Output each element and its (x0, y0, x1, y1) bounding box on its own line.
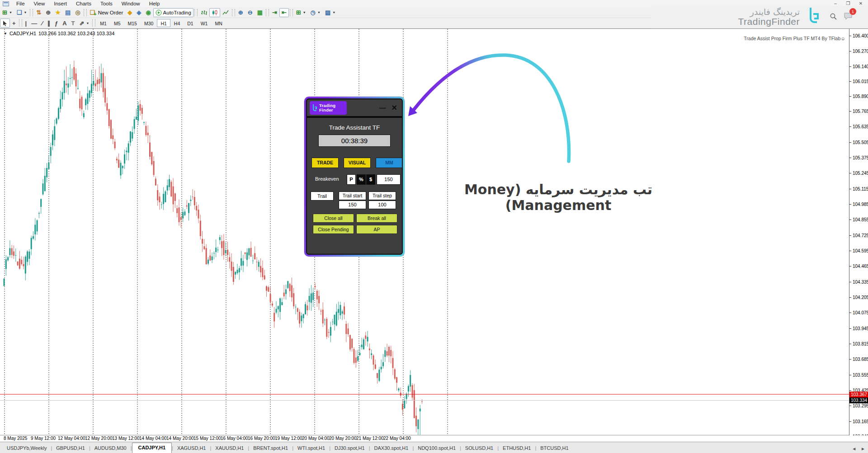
text-icon[interactable]: A (60, 19, 69, 28)
menu-window[interactable]: Window (117, 0, 145, 7)
profiles-icon[interactable]: ❏▼ (14, 8, 29, 17)
label-icon[interactable]: T (69, 19, 77, 28)
chat-icon[interactable]: 1 (844, 12, 853, 22)
vertical-line-icon[interactable]: | (23, 19, 29, 28)
price-axis[interactable]: 106.400106.270106.140106.015105.890105.7… (849, 29, 868, 436)
periods-dropdown[interactable]: ◷▼ (308, 8, 323, 17)
bar-chart-icon[interactable] (198, 8, 209, 17)
expert-advisors-icon[interactable]: ◆ (125, 8, 134, 17)
date-label: 8 May 2025 (4, 436, 27, 441)
chart-ohlc: 103.266 103.362 103.243 103.334 (38, 31, 114, 36)
chart-tab-brent.spot[interactable]: BRENT.spot,H1 (249, 444, 292, 453)
terminal-icon[interactable]: ▤ (63, 8, 73, 17)
indicators-dropdown[interactable]: ⊞▼ (294, 8, 308, 17)
candlestick-chart[interactable] (0, 29, 849, 435)
candlestick-chart-icon[interactable] (209, 8, 220, 17)
timeframe-m15[interactable]: M15 (124, 19, 141, 27)
panel-minimize-button[interactable]: — (379, 104, 386, 111)
date-axis[interactable]: 8 May 20259 May 12:0012 May 04:0012 May … (0, 435, 868, 442)
timeframe-h4[interactable]: H4 (170, 19, 184, 27)
trade-assistant-header[interactable]: TradingFinder — ✕ (307, 99, 402, 118)
chart-tab-solusd[interactable]: SOLUSD,H1 (461, 444, 497, 453)
menu-tools[interactable]: Tools (96, 0, 117, 7)
timeframe-m30[interactable]: M30 (141, 19, 157, 27)
timeframe-m1[interactable]: M1 (96, 19, 110, 27)
chart-tab-gbpusd[interactable]: GBPUSD,H1 (52, 444, 89, 453)
panel-tab-visual[interactable]: VISUAL (344, 158, 371, 168)
chart-tab-audusd[interactable]: AUDUSD,M30 (90, 444, 131, 453)
new-chart-icon[interactable]: ⊞▼ (0, 8, 14, 17)
zoom-out-icon[interactable]: ⊖ (245, 8, 255, 17)
channel-icon[interactable]: ∥ (45, 19, 52, 28)
close-all-button[interactable]: Close all (313, 214, 354, 223)
timeframe-w1[interactable]: W1 (197, 19, 212, 27)
panel-logo: TradingFinder (310, 101, 347, 115)
trendline-icon[interactable]: ∕ (39, 19, 45, 28)
search-icon[interactable] (830, 13, 837, 22)
trail-button[interactable]: Trail (311, 191, 334, 201)
market-watch-icon[interactable]: ⇅ (34, 8, 43, 17)
chart-shift-icon[interactable]: ⇤ (279, 8, 289, 17)
timeframe-h1[interactable]: H1 (157, 19, 170, 27)
breakeven-points-button[interactable]: P (347, 174, 356, 185)
timeframe-m5[interactable]: M5 (110, 19, 124, 27)
auto-scroll-icon[interactable]: ⇥ (270, 8, 279, 17)
strategy-tester-icon[interactable]: ◎ (73, 8, 82, 17)
chart-tab-dj30.spot[interactable]: DJ30.spot,H1 (330, 444, 369, 453)
tab-scroll-left-icon[interactable]: ◄ (852, 446, 856, 451)
signals-icon[interactable]: ◉ (143, 8, 153, 17)
community-icon[interactable]: ◈ (134, 8, 143, 17)
breakeven-percent-button[interactable]: % (357, 174, 366, 185)
tab-scroll-buttons: ◄► (852, 446, 865, 451)
tile-windows-icon[interactable]: ▦ (255, 8, 265, 17)
ap-button[interactable]: AP (356, 225, 397, 234)
chart-tab-ndq100.spot[interactable]: NDQ100.spot,H1 (414, 444, 460, 453)
chart-tab-usdjpyb[interactable]: USDJPYb,Weekly (3, 444, 51, 453)
breakeven-dollar-button[interactable]: $ (366, 174, 375, 185)
date-label: 21 May 12:00 (356, 436, 384, 441)
horizontal-line-icon[interactable]: — (29, 19, 39, 28)
cursor-icon[interactable] (0, 19, 10, 28)
trade-assistant-panel[interactable]: TradingFinder — ✕ Trade Assistant TF 00:… (304, 97, 405, 257)
chart-tab-dax30.spot[interactable]: DAX30.spot,H1 (370, 444, 413, 453)
menu-charts[interactable]: Charts (71, 0, 96, 7)
menu-help[interactable]: Help (145, 0, 165, 7)
zoom-in-icon[interactable]: ⊕ (236, 8, 245, 17)
price-label: 104.335 (849, 280, 868, 285)
autotrading-button[interactable]: AutoTrading (153, 8, 193, 17)
trail-start-input[interactable]: 150 (339, 201, 366, 209)
menu-insert[interactable]: Insert (49, 0, 71, 7)
chart-window: ▼ CADJPY,H1 103.266 103.362 103.243 103.… (0, 28, 868, 435)
menu-view[interactable]: View (29, 0, 50, 7)
chart-tab-ethusd[interactable]: ETHUSD,H1 (499, 444, 535, 453)
panel-close-button[interactable]: ✕ (392, 104, 397, 112)
fibonacci-icon[interactable]: ƒ (52, 19, 60, 28)
crosshair-icon[interactable]: + (10, 19, 18, 28)
trail-step-input[interactable]: 100 (368, 201, 396, 209)
price-label: 104.725 (849, 233, 868, 238)
menu-file[interactable]: File (12, 0, 29, 7)
arrows-dropdown[interactable]: ⇗▼ (77, 19, 91, 28)
new-order-button[interactable]: ❑+New Order (88, 8, 126, 17)
tab-scroll-right-icon[interactable]: ► (861, 446, 865, 451)
panel-tab-mm[interactable]: MM (376, 158, 403, 168)
chart-tab-wti.spot[interactable]: WTI.spot,H1 (293, 444, 329, 453)
templates-dropdown[interactable]: ▨▼ (323, 8, 338, 17)
close-pending-button[interactable]: Close Pending (313, 225, 354, 234)
chart-tab-xauusd[interactable]: XAUUSD,H1 (211, 444, 248, 453)
chart-tab-cadjpy[interactable]: CADJPY,H1 (132, 443, 172, 453)
timeframe-d1[interactable]: D1 (184, 19, 197, 27)
favorites-icon[interactable]: ★ (53, 8, 63, 17)
break-all-button[interactable]: Break all (356, 214, 397, 223)
breakeven-value-input[interactable]: 150 (377, 174, 401, 185)
line-chart-icon[interactable] (220, 8, 231, 17)
chart-tab-btcusd[interactable]: BTCUSD,H1 (536, 444, 572, 453)
chart-tab-xagusd[interactable]: XAGUSD,H1 (173, 444, 210, 453)
navigator-icon[interactable]: ⊕ (43, 8, 53, 17)
timeframe-mn[interactable]: MN (211, 19, 226, 27)
date-label: 13 May 12:00 (112, 436, 140, 441)
panel-tab-trade[interactable]: TRADE (311, 158, 339, 168)
price-label: 105.505 (849, 140, 868, 145)
chart-collapse-icon[interactable]: ▼ (4, 32, 7, 36)
price-label: 105.375 (849, 155, 868, 160)
